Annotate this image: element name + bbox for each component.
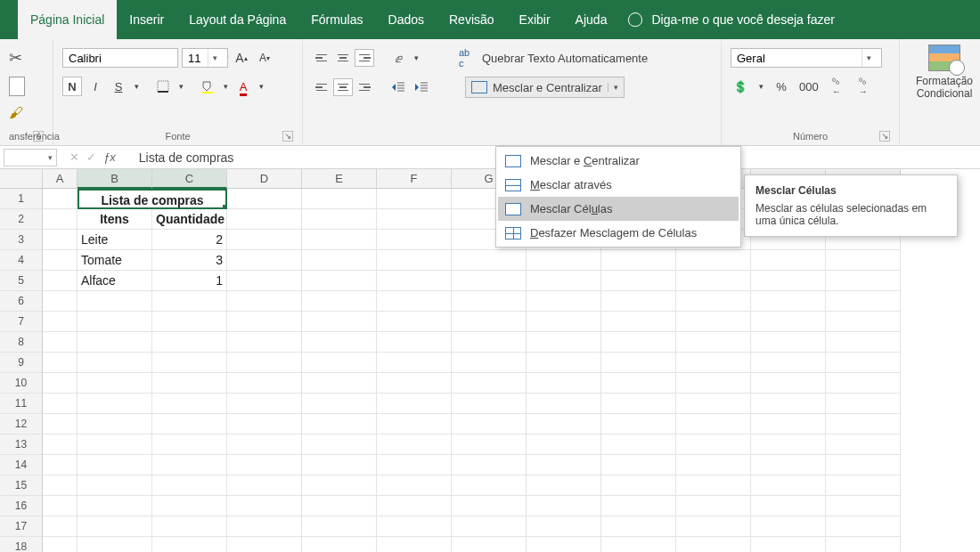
- cell[interactable]: [826, 455, 901, 475]
- cell[interactable]: [43, 394, 78, 414]
- cell[interactable]: [377, 434, 452, 455]
- cell[interactable]: [527, 250, 601, 271]
- cell[interactable]: [43, 475, 78, 496]
- cell[interactable]: [227, 475, 302, 496]
- cell[interactable]: [751, 250, 826, 271]
- cell[interactable]: [227, 353, 302, 373]
- conditional-formatting-button[interactable]: Formatação Condicional: [909, 45, 980, 100]
- cell[interactable]: [676, 516, 751, 537]
- align-top-icon[interactable]: [312, 49, 331, 67]
- cell[interactable]: [377, 209, 452, 230]
- cell[interactable]: [452, 373, 527, 394]
- row-header[interactable]: 3: [0, 230, 43, 250]
- cell[interactable]: Itens: [78, 209, 152, 230]
- cell[interactable]: [751, 455, 826, 475]
- cell[interactable]: [826, 414, 901, 434]
- cell[interactable]: [751, 537, 826, 552]
- cell[interactable]: [676, 394, 751, 414]
- row-header[interactable]: 7: [0, 312, 43, 332]
- cell[interactable]: [452, 475, 527, 496]
- cell[interactable]: [452, 291, 527, 312]
- decrease-decimal-icon[interactable]: ⁰₀→: [853, 77, 873, 96]
- cell[interactable]: [78, 414, 152, 434]
- cell[interactable]: [377, 516, 452, 537]
- cell[interactable]: [78, 516, 152, 537]
- orientation-button[interactable]: ⅇ: [388, 48, 408, 68]
- row-header[interactable]: 9: [0, 353, 43, 373]
- cell[interactable]: [751, 271, 826, 291]
- cell[interactable]: [751, 434, 826, 455]
- cell[interactable]: [452, 537, 527, 552]
- cell[interactable]: [527, 332, 601, 353]
- cell[interactable]: [227, 230, 302, 250]
- number-format-dropdown[interactable]: ▾: [731, 48, 882, 68]
- cell[interactable]: [43, 455, 78, 475]
- cell[interactable]: [43, 353, 78, 373]
- cell[interactable]: [302, 455, 377, 475]
- tab-page-layout[interactable]: Layout da Página: [176, 0, 298, 39]
- cell[interactable]: [227, 394, 302, 414]
- cell[interactable]: [78, 496, 152, 516]
- cell[interactable]: [601, 394, 676, 414]
- cell[interactable]: [527, 312, 601, 332]
- cell[interactable]: [751, 414, 826, 434]
- cell[interactable]: [751, 312, 826, 332]
- cell[interactable]: [377, 312, 452, 332]
- cell[interactable]: [152, 291, 227, 312]
- cell[interactable]: [43, 496, 78, 516]
- fill-color-arrow[interactable]: ▾: [221, 77, 230, 96]
- cell[interactable]: [452, 312, 527, 332]
- align-right-icon[interactable]: [355, 78, 374, 96]
- cell[interactable]: [302, 271, 377, 291]
- cell[interactable]: [601, 271, 676, 291]
- row-header[interactable]: 5: [0, 271, 43, 291]
- cell[interactable]: [826, 537, 901, 552]
- cell[interactable]: [78, 291, 152, 312]
- cell[interactable]: [377, 250, 452, 271]
- cell[interactable]: [676, 271, 751, 291]
- cell[interactable]: [78, 332, 152, 353]
- cell[interactable]: [152, 312, 227, 332]
- cell[interactable]: [43, 250, 78, 271]
- cell[interactable]: [452, 271, 527, 291]
- percent-format-icon[interactable]: %: [772, 77, 791, 96]
- cell[interactable]: [43, 537, 78, 552]
- align-center-icon[interactable]: [333, 78, 353, 96]
- cell[interactable]: [751, 291, 826, 312]
- cell[interactable]: [302, 516, 377, 537]
- cell[interactable]: [152, 332, 227, 353]
- select-all-corner[interactable]: [0, 169, 43, 189]
- cell[interactable]: [377, 332, 452, 353]
- col-header[interactable]: A: [43, 169, 78, 189]
- cell[interactable]: [152, 414, 227, 434]
- row-header[interactable]: 12: [0, 414, 43, 434]
- cell[interactable]: [152, 537, 227, 552]
- cell[interactable]: [601, 312, 676, 332]
- cell[interactable]: [751, 353, 826, 373]
- cell[interactable]: [826, 312, 901, 332]
- cell[interactable]: [751, 496, 826, 516]
- cell[interactable]: [227, 189, 302, 209]
- cell[interactable]: [452, 496, 527, 516]
- cell[interactable]: [43, 516, 78, 537]
- enter-formula-icon[interactable]: ✓: [86, 150, 96, 164]
- cell[interactable]: [527, 271, 601, 291]
- row-header[interactable]: 14: [0, 455, 43, 475]
- cell[interactable]: [676, 537, 751, 552]
- cell[interactable]: [377, 475, 452, 496]
- row-header[interactable]: 17: [0, 516, 43, 537]
- comma-format-icon[interactable]: 000: [798, 77, 820, 96]
- cell[interactable]: [302, 332, 377, 353]
- row-header[interactable]: 4: [0, 250, 43, 271]
- cell[interactable]: [78, 455, 152, 475]
- cell[interactable]: [152, 496, 227, 516]
- cell[interactable]: [302, 312, 377, 332]
- cell[interactable]: [601, 475, 676, 496]
- cell[interactable]: [302, 414, 377, 434]
- cell[interactable]: [751, 475, 826, 496]
- font-color-arrow[interactable]: ▾: [257, 77, 265, 96]
- row-header[interactable]: 16: [0, 496, 43, 516]
- cell[interactable]: [302, 189, 377, 209]
- wrap-text-button[interactable]: Quebrar Texto Automaticamente: [478, 48, 652, 68]
- row-header[interactable]: 6: [0, 291, 43, 312]
